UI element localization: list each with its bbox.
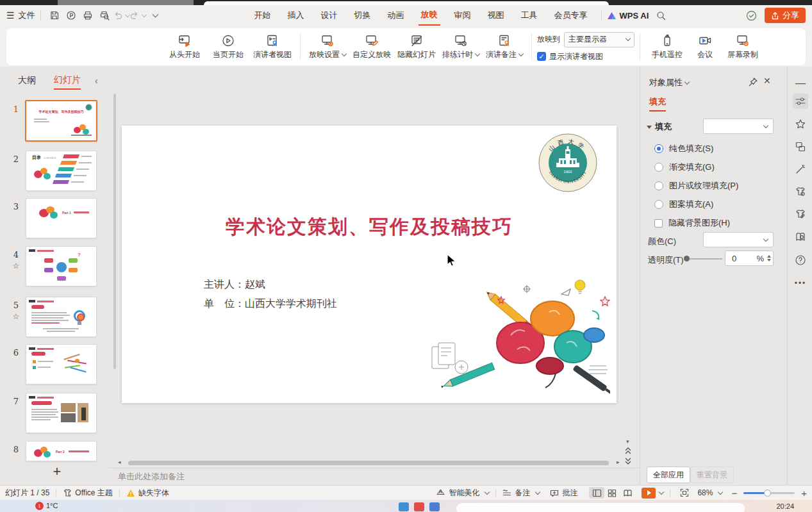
add-slide-button[interactable]: + [49,464,65,481]
object-properties-icon[interactable] [793,94,808,109]
phone-remote-button[interactable]: 手机遥控 [645,34,689,60]
hamburger-menu-icon[interactable]: ☰ [6,10,15,21]
previous-slide-button[interactable] [624,447,632,455]
fill-tab[interactable]: 填充 [649,96,666,111]
fill-type-dropdown[interactable] [703,119,774,134]
slide-thumbnail-3[interactable]: Part 1 [26,198,97,238]
menu-tab-design[interactable]: 设计 [319,6,340,25]
menu-tab-premium[interactable]: 会员专享 [552,6,590,25]
slide-thumbnail-6[interactable] [26,344,97,384]
custom-slideshow-button[interactable]: 自定义放映 [349,34,394,60]
apply-all-button[interactable]: 全部应用 [647,467,690,483]
favorite-star-icon[interactable]: ☆ [10,312,22,321]
cloud-saved-icon[interactable] [743,8,759,22]
sidebar-scrollbar[interactable] [113,94,116,369]
shape-switch-icon[interactable] [793,139,808,154]
sidebar-collapse-icon[interactable]: ‹ [95,76,98,86]
slide-organization-text[interactable]: 单 位：山西大学学术期刊社 [204,297,337,311]
slide-thumbnail-5[interactable] [26,297,97,337]
scroll-left-icon[interactable]: ◂ [118,459,121,465]
hide-background-checkbox[interactable]: 隐藏背景图形(H) [654,217,730,229]
speaker-notes-button[interactable]: 演讲备注 [483,34,526,60]
taskbar-icons[interactable] [399,502,440,511]
value-spinner[interactable] [767,255,771,261]
comments-button[interactable]: 批注 [550,488,577,499]
weather-widget[interactable]: 1 1°C [0,500,58,510]
slide-title[interactable]: 学术论文策划、写作及投稿技巧 [122,214,617,240]
slide-canvas[interactable]: 学术论文策划、写作及投稿技巧 主讲人：赵斌 单 位：山西大学学术期刊社 1902… [122,126,617,403]
panel-title-dropdown[interactable]: 对象属性 [649,77,689,88]
fit-to-window-button[interactable] [677,487,692,499]
show-presenter-view-checkbox[interactable]: ✓ 显示演讲者视图 [537,51,634,62]
shanxi-university-logo[interactable]: 1902 山西大学 SHANXI UNIVERSITY [537,132,599,194]
help-icon[interactable] [793,252,808,268]
rehearse-timing-button[interactable]: 排练计时 [439,34,483,60]
zoom-level-dropdown[interactable]: 68% [697,488,722,497]
redo-icon[interactable] [129,8,146,22]
save-icon[interactable] [46,8,63,22]
custom-design-icon[interactable] [793,206,808,222]
reset-background-button[interactable]: 重置背景 [690,467,734,483]
effects-star-icon[interactable] [793,117,808,132]
slideshow-settings-button[interactable]: 放映设置 [306,34,349,60]
play-options-caret[interactable] [659,489,664,494]
collapse-panel-icon[interactable]: — [793,76,808,91]
theme-button[interactable]: Office 主题 [63,488,112,499]
export-pdf-icon[interactable] [63,8,79,22]
taskbar-search-box[interactable] [456,503,745,512]
more-options-icon[interactable]: ••• [793,276,808,291]
gradient-fill-radio[interactable]: 渐变填充(G) [654,161,715,173]
slide-thumbnail-8[interactable]: Part 2 [26,441,97,461]
search-icon[interactable] [652,8,669,22]
notes-input-area[interactable]: 单击此处添加备注 [109,468,640,485]
screen-record-button[interactable]: 屏幕录制 [721,34,765,60]
navigation-search-icon[interactable] [793,229,808,245]
close-panel-icon[interactable]: ✕ [763,76,771,86]
zoom-in-button[interactable]: + [801,488,807,499]
transparency-slider-thumb[interactable] [684,256,690,261]
from-current-slide-button[interactable]: 当页开始 [206,34,250,60]
pattern-fill-radio[interactable]: 图案填充(A) [654,199,713,210]
next-slide-button[interactable] [624,457,632,465]
slide-thumbnail-7[interactable] [26,393,97,433]
menu-tab-home[interactable]: 开始 [252,6,274,25]
slide-speaker-text[interactable]: 主讲人：赵斌 [204,278,265,292]
menu-tab-insert[interactable]: 插入 [285,6,307,25]
notes-button[interactable]: 备注 [502,488,540,499]
meeting-button[interactable]: 会议 [689,34,721,60]
fill-section-header[interactable]: 填充 [647,121,672,133]
print-icon[interactable] [79,8,96,22]
favorite-star-icon[interactable]: ☆ [10,261,22,270]
menu-tab-slideshow[interactable]: 放映 [418,5,440,26]
hide-slide-button[interactable]: 隐藏幻灯片 [394,34,439,60]
zoom-slider[interactable] [743,492,795,494]
slide-thumbnail-1[interactable]: 学术论文策划、写作及投稿技巧 [25,100,97,142]
smart-beautify-button[interactable]: 智能美化 [436,488,489,499]
presenter-view-button[interactable]: 演讲者视图 [250,34,295,60]
picture-texture-fill-radio[interactable]: 图片或纹理填充(P) [654,180,738,192]
slide-sorter-view-button[interactable] [604,487,620,499]
tab-slides[interactable]: 幻灯片 [54,74,81,90]
wps-ai-button[interactable]: WPS AI [607,11,649,21]
missing-font-warning[interactable]: 缺失字体 [126,488,169,499]
print-preview-icon[interactable] [96,8,113,22]
transparency-slider-track[interactable] [686,258,722,260]
zoom-slider-thumb[interactable] [764,490,771,497]
more-commands-chevron-icon[interactable] [146,8,163,22]
pin-panel-icon[interactable] [748,77,758,87]
scroll-down-icon[interactable]: ▾ [626,438,629,445]
normal-view-button[interactable] [589,487,604,499]
file-menu[interactable]: 文件 [19,10,35,21]
magic-wand-icon[interactable] [793,161,808,177]
color-dropdown[interactable] [703,232,774,247]
slide-thumbnail-2[interactable]: 目录 CONTENTS [26,151,97,191]
tab-outline[interactable]: 大纲 [18,75,36,89]
display-to-select[interactable]: 主要显示器 [564,32,634,47]
menu-tab-view[interactable]: 视图 [485,6,507,25]
reading-view-button[interactable] [620,487,635,499]
undo-icon[interactable] [113,8,129,22]
zoom-out-button[interactable]: − [731,488,737,499]
design-theme-icon[interactable] [793,184,808,199]
from-beginning-button[interactable]: 从头开始 [163,34,206,60]
menu-tab-transition[interactable]: 切换 [352,6,374,25]
